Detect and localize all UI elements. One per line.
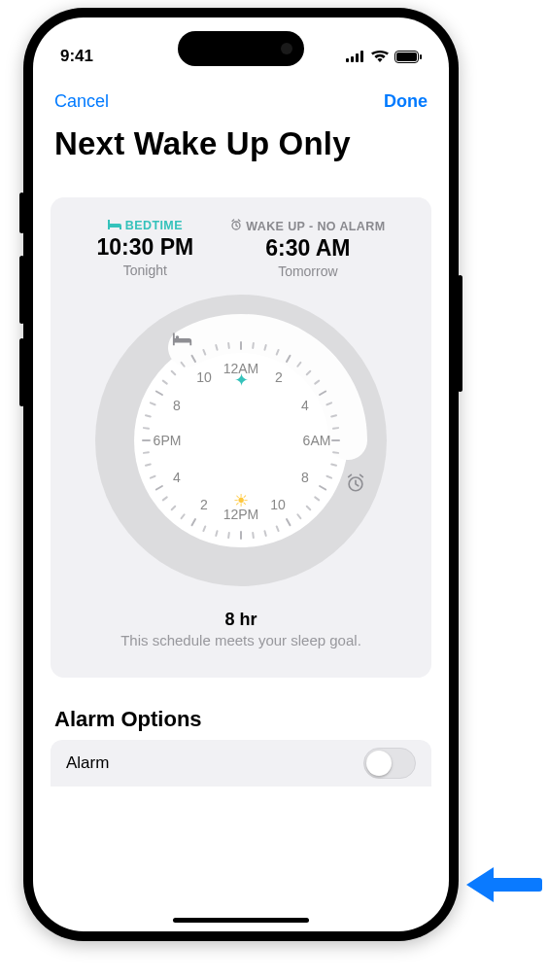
dial-2p: 2 bbox=[200, 497, 208, 512]
page-title: Next Wake Up Only bbox=[33, 120, 449, 174]
dial-8p: 8 bbox=[173, 398, 181, 413]
nav-bar: Cancel Done bbox=[33, 74, 449, 120]
dial-tick bbox=[240, 341, 242, 350]
dial-8: 8 bbox=[301, 470, 309, 485]
done-button[interactable]: Done bbox=[384, 91, 428, 112]
silent-switch bbox=[19, 192, 24, 233]
wakeup-handle[interactable] bbox=[335, 463, 376, 504]
wakeup-block: WAKE UP - NO ALARM 6:30 AM Tomorrow bbox=[230, 219, 385, 279]
dial-4: 4 bbox=[301, 398, 309, 413]
home-indicator[interactable] bbox=[173, 918, 309, 923]
sleep-dial[interactable]: 12AM 2 4 6AM 8 10 12PM 2 4 6PM 8 10 ✦ ☀ bbox=[95, 295, 387, 586]
iphone-frame: 9:41 Cancel Done Next Wake Up Only bbox=[23, 8, 459, 941]
dynamic-island bbox=[178, 31, 304, 66]
dial-tick bbox=[227, 342, 230, 349]
svg-rect-2 bbox=[356, 53, 359, 62]
cellular-icon bbox=[346, 51, 365, 62]
wifi-icon bbox=[371, 51, 389, 62]
dial-6pm: 6PM bbox=[154, 433, 182, 448]
alarm-toggle[interactable] bbox=[363, 748, 416, 779]
svg-rect-5 bbox=[396, 52, 417, 61]
dial-center-icons: ✦ ☀ bbox=[212, 369, 270, 511]
dial-tick bbox=[240, 531, 242, 540]
dial-6am: 6AM bbox=[303, 433, 331, 448]
screen: 9:41 Cancel Done Next Wake Up Only bbox=[33, 18, 449, 931]
alarm-options-heading: Alarm Options bbox=[54, 707, 428, 732]
dial-10: 10 bbox=[270, 497, 286, 512]
dial-tick bbox=[142, 439, 151, 441]
svg-rect-9 bbox=[486, 878, 542, 892]
status-time: 9:41 bbox=[60, 47, 93, 66]
wakeup-label: WAKE UP - NO ALARM bbox=[246, 220, 385, 233]
cancel-button[interactable]: Cancel bbox=[54, 91, 109, 112]
dial-10p: 10 bbox=[196, 369, 212, 385]
volume-down-button bbox=[19, 338, 24, 406]
bedtime-sub: Tonight bbox=[96, 262, 193, 278]
alarm-toggle-knob bbox=[366, 751, 392, 776]
svg-rect-0 bbox=[346, 58, 349, 62]
sun-icon: ☀ bbox=[233, 490, 249, 511]
bedtime-handle[interactable] bbox=[162, 318, 203, 359]
alarm-clock-icon bbox=[230, 219, 242, 233]
wakeup-time: 6:30 AM bbox=[230, 235, 385, 262]
callout-arrow bbox=[466, 863, 542, 910]
svg-rect-3 bbox=[360, 51, 363, 62]
bedtime-block: BEDTIME 10:30 PM Tonight bbox=[96, 219, 193, 279]
dial-tick bbox=[331, 439, 340, 441]
bed-icon bbox=[108, 219, 121, 232]
sleep-goal: 8 hr This schedule meets your sleep goal… bbox=[66, 610, 416, 648]
alarm-row[interactable]: Alarm bbox=[51, 740, 431, 787]
sleep-goal-note: This schedule meets your sleep goal. bbox=[66, 632, 416, 648]
dial-2: 2 bbox=[275, 369, 283, 385]
volume-up-button bbox=[19, 256, 24, 324]
schedule-card: BEDTIME 10:30 PM Tonight WAKE UP - NO AL… bbox=[51, 197, 431, 678]
sleep-duration: 8 hr bbox=[66, 610, 416, 630]
dial-tick bbox=[143, 427, 150, 430]
svg-rect-1 bbox=[351, 56, 354, 62]
side-button bbox=[458, 275, 462, 392]
bedtime-label: BEDTIME bbox=[125, 219, 183, 232]
battery-icon bbox=[394, 51, 422, 63]
bedtime-time: 10:30 PM bbox=[96, 234, 193, 261]
svg-marker-10 bbox=[466, 867, 494, 902]
svg-rect-6 bbox=[420, 54, 422, 59]
stars-icon: ✦ bbox=[234, 369, 249, 391]
wakeup-sub: Tomorrow bbox=[230, 263, 385, 279]
dial-4p: 4 bbox=[173, 470, 181, 485]
alarm-label: Alarm bbox=[66, 753, 109, 773]
